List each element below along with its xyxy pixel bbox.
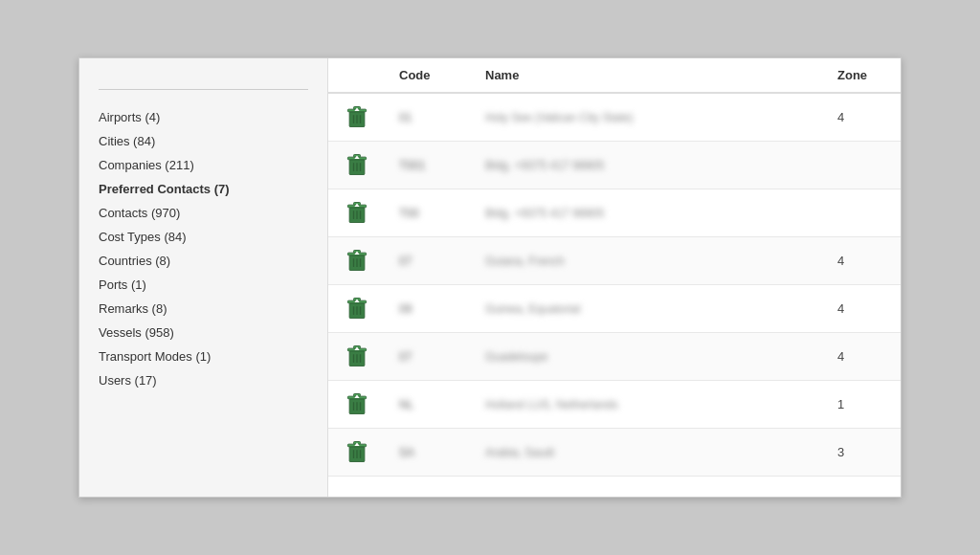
name-value-0: Holy See (Vatican City State)	[485, 111, 634, 124]
col-header-action	[328, 58, 386, 93]
sidebar-item-0[interactable]: Airports (4)	[99, 105, 308, 129]
zone-cell-6: 1	[824, 381, 901, 429]
table-row: NLHolland LUS, Netherlands1	[328, 381, 901, 429]
col-header-name: Name	[472, 58, 824, 93]
code-cell-6: NL	[386, 381, 472, 429]
delete-button-3[interactable]	[342, 245, 372, 276]
delete-button-2[interactable]	[342, 197, 372, 228]
sidebar-item-5[interactable]: Cost Types (84)	[99, 225, 308, 249]
action-cell-1	[328, 142, 386, 189]
code-value-1: T001	[399, 159, 425, 172]
action-cell-3	[328, 237, 386, 285]
table-row: 07Guadeloupe4	[328, 333, 901, 381]
delete-button-5[interactable]	[342, 341, 372, 371]
sidebar-item-8[interactable]: Remarks (8)	[99, 297, 308, 321]
table-header-row: Code Name Zone	[328, 58, 901, 93]
zone-cell-0: 4	[824, 93, 901, 142]
table-row: SAArabia, Saudi3	[328, 429, 901, 477]
name-value-7: Arabia, Saudi	[485, 446, 554, 459]
action-cell-4	[328, 285, 386, 333]
code-value-4: 09	[399, 302, 412, 316]
code-cell-1: T001	[386, 142, 472, 189]
code-value-3: 07	[399, 255, 412, 268]
delete-button-4[interactable]	[342, 293, 372, 323]
action-cell-7	[328, 429, 386, 477]
sidebar: Airports (4)Cities (84)Companies (211)Pr…	[79, 58, 328, 497]
code-cell-4: 09	[386, 285, 472, 333]
main-container: Airports (4)Cities (84)Companies (211)Pr…	[78, 57, 902, 498]
sidebar-items-container: Airports (4)Cities (84)Companies (211)Pr…	[99, 105, 308, 392]
code-value-0: 01	[399, 111, 412, 124]
delete-button-6[interactable]	[342, 388, 372, 419]
action-cell-0	[328, 93, 386, 142]
delete-button-7[interactable]	[342, 436, 372, 467]
zone-cell-3: 4	[824, 237, 901, 285]
name-cell-2: Bldg. +9375 417 98805	[472, 189, 824, 237]
sidebar-item-11[interactable]: Users (17)	[99, 368, 308, 392]
col-header-zone: Zone	[824, 58, 901, 93]
name-cell-0: Holy See (Vatican City State)	[472, 93, 824, 142]
action-cell-5	[328, 333, 386, 381]
code-cell-7: SA	[386, 429, 472, 477]
name-cell-5: Guadeloupe	[472, 333, 824, 381]
col-header-code: Code	[386, 58, 472, 93]
name-cell-4: Guinea, Equatorial	[472, 285, 824, 333]
sidebar-item-1[interactable]: Cities (84)	[99, 129, 308, 153]
table-body: 01Holy See (Vatican City State)4 T001	[328, 93, 901, 477]
zone-cell-5: 4	[824, 333, 901, 381]
name-cell-6: Holland LUS, Netherlands	[472, 381, 824, 429]
sidebar-item-4[interactable]: Contacts (970)	[99, 201, 308, 225]
name-value-3: Guiana, French	[485, 255, 565, 268]
zone-cell-7: 3	[824, 429, 901, 477]
code-cell-3: 07	[386, 237, 472, 285]
name-value-6: Holland LUS, Netherlands	[485, 398, 618, 411]
sidebar-item-9[interactable]: Vessels (958)	[99, 321, 308, 344]
delete-button-0[interactable]	[342, 101, 372, 132]
zone-cell-4: 4	[824, 285, 901, 333]
data-table: Code Name Zone	[328, 58, 901, 477]
code-value-6: NL	[399, 398, 413, 411]
table-row: T00Bldg. +9375 417 98805	[328, 189, 901, 237]
name-value-5: Guadeloupe	[485, 350, 547, 364]
table-row: T001Bldg. +9375 417 98805	[328, 142, 901, 189]
code-value-7: SA	[399, 446, 414, 459]
sidebar-item-7[interactable]: Ports (1)	[99, 273, 308, 297]
table-row: 01Holy See (Vatican City State)4	[328, 93, 901, 142]
name-value-4: Guinea, Equatorial	[485, 302, 580, 316]
name-cell-7: Arabia, Saudi	[472, 429, 824, 477]
action-cell-2	[328, 189, 386, 237]
code-value-2: T00	[399, 207, 419, 220]
name-value-1: Bldg. +9375 417 98805	[485, 159, 604, 172]
zone-cell-2	[824, 189, 901, 237]
table-area: Code Name Zone	[328, 58, 901, 497]
code-cell-2: T00	[386, 189, 472, 237]
zone-cell-1	[824, 142, 901, 189]
table-row: 07Guiana, French4	[328, 237, 901, 285]
sidebar-item-3[interactable]: Preferred Contacts (7)	[99, 177, 308, 201]
name-cell-3: Guiana, French	[472, 237, 824, 285]
table-row: 09Guinea, Equatorial4	[328, 285, 901, 333]
action-cell-6	[328, 381, 386, 429]
code-cell-0: 01	[386, 93, 472, 142]
name-cell-1: Bldg. +9375 417 98805	[472, 142, 824, 189]
delete-button-1[interactable]	[342, 149, 372, 180]
name-value-2: Bldg. +9375 417 98805	[485, 207, 604, 220]
sidebar-item-6[interactable]: Countries (8)	[99, 249, 308, 273]
code-value-5: 07	[399, 350, 412, 364]
sidebar-item-10[interactable]: Transport Modes (1)	[99, 344, 308, 368]
sidebar-item-2[interactable]: Companies (211)	[99, 153, 308, 177]
sidebar-title	[99, 81, 308, 90]
code-cell-5: 07	[386, 333, 472, 381]
